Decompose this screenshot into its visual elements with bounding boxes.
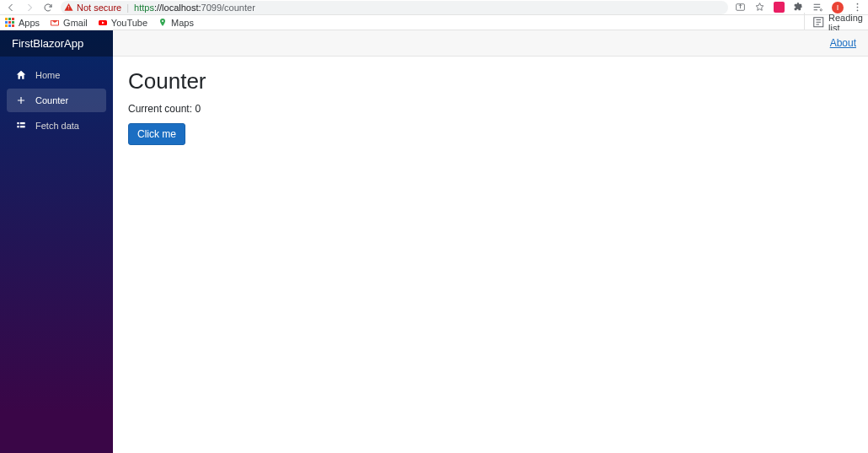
address-bar[interactable]: Not secure | https://localhost:7099/coun… [61,1,728,14]
menu-icon[interactable] [852,2,863,13]
arrow-left-icon [6,3,16,13]
svg-rect-8 [17,122,19,124]
security-label: Not secure [77,3,121,13]
svg-point-1 [820,9,822,11]
sidebar-item-label: Fetch data [35,121,79,131]
plus-icon [15,94,27,106]
youtube-icon [98,18,108,28]
count-value: 0 [195,103,201,115]
svg-point-2 [857,3,859,5]
forward-button[interactable] [24,2,35,13]
about-link[interactable]: About [830,37,856,49]
security-warning: Not secure [64,3,121,13]
browser-toolbar: Not secure | https://localhost:7099/coun… [0,0,868,15]
svg-point-6 [162,20,163,22]
sidebar-item-label: Counter [35,95,68,105]
gmail-icon [50,18,60,28]
sidebar: FirstBlazorApp Home Counter Fetch data [0,30,113,453]
bookmark-gmail[interactable]: Gmail [50,18,88,28]
url-display: https://localhost:7099/counter [134,3,255,13]
back-button[interactable] [5,2,17,13]
reading-list-icon [812,15,826,30]
extensions-icon[interactable] [793,2,804,13]
playlist-icon[interactable] [812,2,823,13]
arrow-right-icon [24,3,35,13]
svg-rect-9 [20,122,25,124]
top-row: About [113,30,868,57]
svg-point-4 [857,9,859,11]
warning-icon [64,3,73,12]
list-icon [15,120,27,132]
maps-icon [158,18,168,28]
sidebar-nav: Home Counter Fetch data [0,57,113,144]
app-root: FirstBlazorApp Home Counter Fetch data A… [0,30,868,453]
extension-icon[interactable] [774,2,785,13]
page-title: Counter [128,68,853,94]
reload-icon [43,3,53,13]
reading-list-button[interactable]: Reading list [804,13,863,33]
profile-avatar[interactable]: I [832,2,844,13]
sidebar-item-counter[interactable]: Counter [7,89,106,112]
bookmark-apps[interactable]: Apps [5,18,40,28]
click-me-button[interactable]: Click me [128,123,185,145]
page-content: Counter Current count: 0 Click me [113,57,868,157]
count-label: Current count: [128,103,192,115]
brand-title[interactable]: FirstBlazorApp [0,30,113,57]
star-icon[interactable] [754,2,765,13]
share-icon[interactable] [735,2,746,13]
sidebar-item-label: Home [35,70,60,80]
svg-point-3 [857,7,859,8]
svg-rect-10 [17,126,19,127]
bookmark-maps[interactable]: Maps [158,18,194,28]
home-icon [15,69,27,81]
main-area: About Counter Current count: 0 Click me [113,30,868,453]
bookmark-youtube[interactable]: YouTube [98,18,147,28]
sidebar-item-home[interactable]: Home [7,63,106,87]
count-line: Current count: 0 [128,103,853,115]
sidebar-item-fetchdata[interactable]: Fetch data [7,114,106,138]
apps-icon [5,18,15,28]
bookmarks-bar: Apps Gmail YouTube Maps Reading list [0,15,868,30]
svg-rect-11 [20,126,25,127]
reload-button[interactable] [42,2,54,13]
